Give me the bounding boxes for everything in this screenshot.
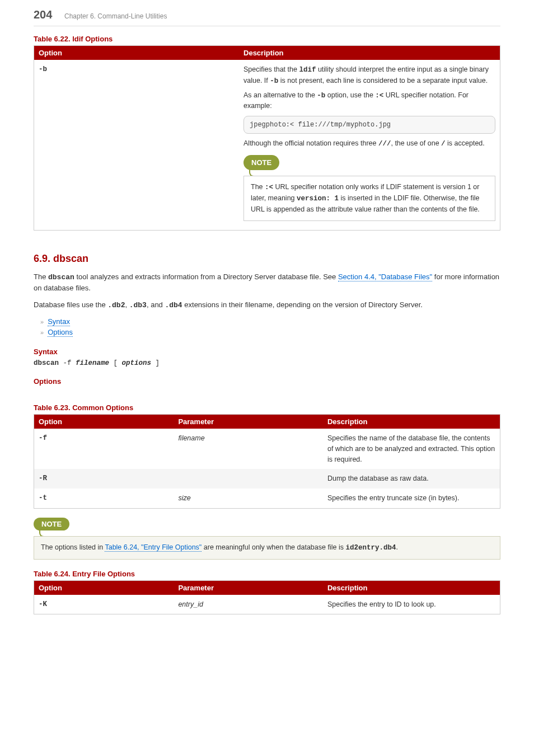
- col-option: Option: [34, 46, 240, 60]
- note-text: The options listed in: [41, 543, 105, 551]
- code-inline: ///: [378, 140, 391, 148]
- parameter-cell: size: [174, 489, 323, 508]
- list-item: Options: [40, 327, 500, 337]
- table-row: -b Specifies that the ldif utility shoul…: [34, 60, 500, 230]
- code-inline: .db2: [107, 301, 125, 309]
- col-description: Description: [239, 46, 500, 60]
- table-623: Option Parameter Description -f filename…: [34, 414, 500, 509]
- link-database-files[interactable]: Section 4.4, "Database Files": [338, 273, 432, 281]
- syntax-heading: Syntax: [34, 348, 500, 356]
- code-inline: id2entry.db4: [345, 544, 396, 552]
- code-inline: ldif: [299, 66, 316, 74]
- desc-text: is accepted.: [446, 139, 485, 147]
- table-header-row: Option Parameter Description: [34, 580, 500, 595]
- syntax-arg: options: [122, 359, 152, 367]
- parameter-cell: filename: [174, 429, 323, 469]
- note-label: NOTE: [243, 155, 279, 171]
- description-cell: Dump the database as raw data.: [323, 469, 500, 489]
- description-cell: Specifies the entry to ID to look up.: [323, 595, 500, 614]
- option-cell: -t: [34, 489, 174, 508]
- table-623-caption: Table 6.23. Common Options: [34, 403, 500, 412]
- table-row: -R Dump the database as raw data.: [34, 469, 500, 489]
- code-inline: -b: [270, 77, 278, 85]
- col-option: Option: [34, 415, 174, 429]
- text: extensions in their filename, depending …: [182, 300, 423, 309]
- parameter-cell: entry_id: [174, 595, 323, 614]
- table-header-row: Option Parameter Description: [34, 415, 500, 429]
- desc-text: As an alternative to the: [243, 91, 317, 99]
- option-cell: -f: [34, 429, 174, 469]
- option-cell: -R: [34, 469, 174, 489]
- option-cell: -b: [34, 60, 240, 230]
- note-box: The options listed in Table 6.24, "Entry…: [34, 536, 500, 560]
- code-inline: -b: [317, 92, 325, 100]
- desc-text: is not present, each line is considered …: [278, 77, 488, 84]
- text: Database files use the: [34, 300, 107, 309]
- text: The: [34, 273, 48, 281]
- link-syntax[interactable]: Syntax: [48, 317, 70, 326]
- option-cell: -K: [34, 595, 174, 614]
- code-inline: .db3: [129, 301, 147, 309]
- list-item: Syntax: [40, 316, 500, 327]
- section-heading-69: 6.9. dbscan: [34, 253, 500, 265]
- parameter-cell: [174, 469, 323, 489]
- syntax-flag: -f: [59, 359, 76, 367]
- table-624-caption: Table 6.24. Entry File Options: [34, 570, 500, 578]
- options-heading: Options: [34, 377, 500, 386]
- link-options[interactable]: Options: [48, 328, 73, 337]
- table-row: -f filename Specifies the name of the da…: [34, 429, 500, 469]
- syntax-cmd: dbscan: [34, 359, 59, 367]
- syntax-arg: filename: [76, 359, 109, 367]
- col-option: Option: [34, 580, 174, 595]
- paragraph: Database files use the .db2, .db3, and .…: [34, 299, 500, 311]
- text: , and: [147, 300, 165, 309]
- text: tool analyzes and extracts information f…: [74, 273, 338, 281]
- note-box: The :< URL specifier notation only works…: [243, 176, 495, 220]
- code-inline: dbscan: [48, 273, 74, 281]
- paragraph: The dbscan tool analyzes and extracts in…: [34, 271, 500, 294]
- page-header: 204 Chapter 6. Command-Line Utilities: [34, 8, 500, 26]
- code-inline: .db4: [165, 301, 182, 309]
- description-cell: Specifies the entry truncate size (in by…: [323, 489, 500, 508]
- note-text: The: [251, 183, 265, 191]
- syntax-bracket: [: [109, 359, 122, 367]
- syntax-line: dbscan -f filename [ options ]: [34, 359, 500, 367]
- syntax-bracket: ]: [151, 359, 160, 367]
- note-text: are meaningful only when the database fi…: [202, 543, 345, 551]
- col-parameter: Parameter: [174, 415, 323, 429]
- col-description: Description: [323, 415, 500, 429]
- link-table-624[interactable]: Table 6.24, "Entry File Options": [105, 543, 202, 552]
- code-inline: :<: [375, 92, 383, 100]
- table-622-caption: Table 6.22. ldif Options: [34, 35, 500, 43]
- nav-list: Syntax Options: [34, 316, 500, 337]
- col-description: Description: [323, 580, 500, 595]
- table-622: Option Description -b Specifies that the…: [34, 45, 500, 231]
- description-cell: Specifies that the ldif utility should i…: [239, 60, 500, 230]
- desc-text: , the use of one: [391, 139, 441, 147]
- code-inline: :<: [265, 184, 273, 191]
- table-row: -K entry_id Specifies the entry to ID to…: [34, 595, 500, 614]
- code-inline: version: 1: [297, 195, 339, 203]
- table-624: Option Parameter Description -K entry_id…: [34, 580, 500, 615]
- table-row: -t size Specifies the entry truncate siz…: [34, 489, 500, 508]
- text: ,: [125, 300, 129, 309]
- code-block: jpegphoto:< file:///tmp/myphoto.jpg: [243, 116, 495, 134]
- code-inline: /: [441, 140, 446, 148]
- col-parameter: Parameter: [174, 580, 323, 595]
- note-label: NOTE: [34, 518, 69, 530]
- note-text: .: [396, 543, 397, 551]
- page-number: 204: [34, 8, 52, 21]
- desc-text: Specifies that the: [243, 65, 299, 73]
- chapter-title: Chapter 6. Command-Line Utilities: [64, 12, 167, 20]
- desc-text: option, use the: [325, 91, 375, 99]
- table-header-row: Option Description: [34, 46, 500, 60]
- description-cell: Specifies the name of the database file,…: [323, 429, 500, 469]
- desc-text: Although the official notation requires …: [243, 139, 378, 147]
